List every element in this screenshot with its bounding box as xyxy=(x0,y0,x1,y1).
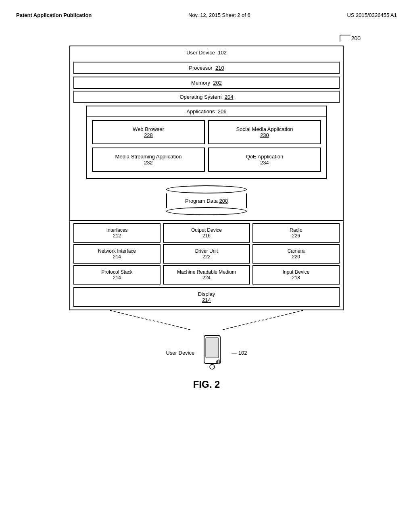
memory-box: Memory 202 xyxy=(73,77,340,89)
phone-row: User Device — 102 xyxy=(166,335,247,371)
figure-label: FIG. 2 xyxy=(193,379,220,390)
ref-200-label: 200 xyxy=(351,35,361,42)
memory-label: Memory 202 xyxy=(74,77,339,88)
svg-line-2 xyxy=(110,310,190,330)
svg-line-3 xyxy=(223,310,303,330)
cylinder-bottom xyxy=(166,207,247,215)
header-publication: Patent Application Publication xyxy=(16,12,92,18)
radio-box: Radio 226 xyxy=(252,223,340,243)
section-divider xyxy=(70,220,343,221)
os-box: Operating System 204 xyxy=(73,91,340,103)
output-device-box: Output Device 216 xyxy=(163,223,250,243)
machine-readable-box: Machine Readable Medium 224 xyxy=(163,265,250,285)
phone-ref-label: — 102 xyxy=(232,350,247,356)
app-box-media-streaming: Media Streaming Application 232 xyxy=(92,148,205,172)
dashed-connector xyxy=(69,310,344,330)
driver-unit-box: Driver Unit 222 xyxy=(163,244,250,264)
phone-icon xyxy=(201,335,225,371)
user-device-title-row: User Device 102 xyxy=(70,46,343,59)
os-label: Operating System 204 xyxy=(74,91,339,102)
app-box-web-browser: Web Browser 228 xyxy=(92,120,205,144)
ref-200: 200 xyxy=(339,34,361,42)
camera-box: Camera 220 xyxy=(252,244,340,264)
outer-box-user-device: User Device 102 Processor 210 Memory 202 xyxy=(69,46,344,310)
display-box: Display 214 xyxy=(73,287,340,307)
dashed-lines-svg xyxy=(69,310,344,330)
cylinder-middle: Program Data 208 xyxy=(166,193,247,208)
app-box-qoe: QoE Application 234 xyxy=(208,148,321,172)
svg-point-8 xyxy=(217,361,220,363)
cylinder-top xyxy=(166,185,247,193)
header-patent-number: US 2015/0326455 A1 xyxy=(347,12,397,18)
program-data-cylinder: Program Data 208 xyxy=(166,185,247,215)
interfaces-column: Interfaces 212 Network Interface 214 Pro… xyxy=(73,223,161,285)
middle-column: Output Device 216 Driver Unit 222 Machin… xyxy=(163,223,250,285)
processor-label: Processor 210 xyxy=(74,62,339,73)
applications-outer-box: Applications 206 Web Browser 228 Social … xyxy=(86,106,327,179)
user-device-label: User Device 102 xyxy=(70,46,343,59)
arrow-icon xyxy=(339,34,351,42)
applications-label: Applications 206 xyxy=(87,106,326,117)
program-data-area: Program Data 208 xyxy=(70,185,343,215)
right-column: Radio 226 Camera 220 Input Device xyxy=(252,223,340,285)
page-header: Patent Application Publication Nov. 12, … xyxy=(16,12,397,18)
input-device-box: Input Device 218 xyxy=(252,265,340,285)
svg-point-6 xyxy=(210,364,215,369)
svg-rect-5 xyxy=(206,338,219,358)
page: Patent Application Publication Nov. 12, … xyxy=(0,0,413,532)
phone-device-label: User Device xyxy=(166,350,194,356)
figure-area: 200 User Device 102 Processor 210 xyxy=(16,34,397,390)
protocol-stack-box: Protocol Stack 214 xyxy=(73,265,161,285)
phone-area: User Device — 102 xyxy=(166,335,247,371)
processor-box: Processor 210 xyxy=(73,62,340,74)
app-box-social-media: Social Media Application 230 xyxy=(208,120,321,144)
applications-grid: Web Browser 228 Social Media Application… xyxy=(87,117,326,175)
header-date-sheet: Nov. 12, 2015 Sheet 2 of 6 xyxy=(188,12,250,18)
bottom-section: Interfaces 212 Network Interface 214 Pro… xyxy=(73,223,340,285)
network-interface-box: Network Interface 214 xyxy=(73,244,161,264)
interfaces-box: Interfaces 212 xyxy=(73,223,161,243)
